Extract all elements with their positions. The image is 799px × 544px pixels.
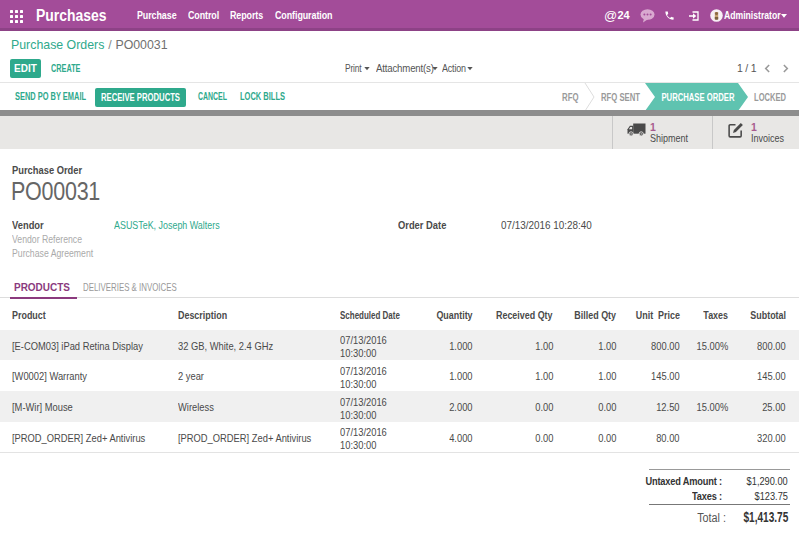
- svg-text:LOCKED: LOCKED: [754, 92, 786, 103]
- svg-text:RFQ: RFQ: [562, 92, 579, 103]
- svg-text:SEND PO BY EMAIL: SEND PO BY EMAIL: [15, 91, 86, 102]
- svg-text:CANCEL: CANCEL: [198, 91, 227, 102]
- svg-text:RFQ SENT: RFQ SENT: [601, 92, 640, 103]
- svg-text:RECEIVE PRODUCTS: RECEIVE PRODUCTS: [101, 92, 180, 103]
- svg-text:LOCK BILLS: LOCK BILLS: [240, 91, 285, 102]
- svg-text:PURCHASE ORDER: PURCHASE ORDER: [662, 92, 736, 103]
